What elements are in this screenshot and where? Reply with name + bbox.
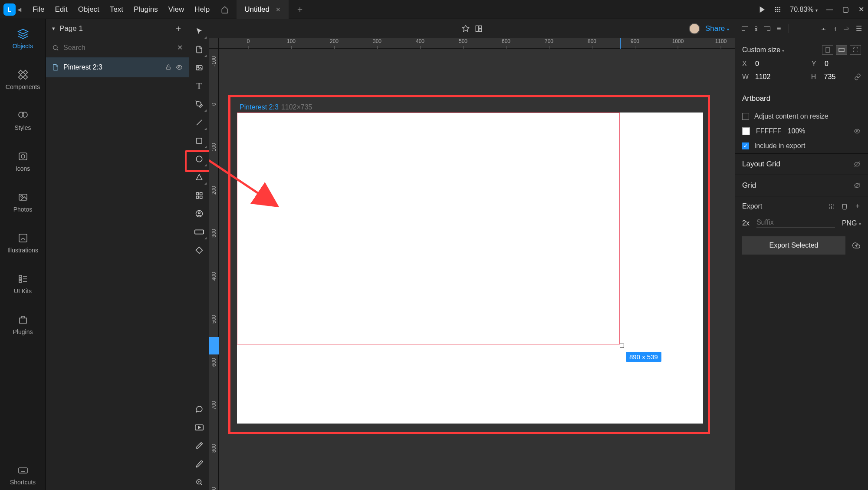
unlock-icon[interactable] [165, 64, 171, 70]
chevron-left-icon[interactable]: ◀ [17, 7, 21, 13]
hidden-eye-icon[interactable] [853, 161, 861, 167]
rail-styles[interactable]: Styles [0, 105, 46, 136]
add-page-button[interactable]: ＋ [174, 23, 183, 34]
image-tool[interactable] [191, 60, 207, 76]
visibility-icon[interactable] [176, 64, 183, 70]
layer-item-artboard[interactable]: Pinterest 2:3 [46, 57, 189, 77]
menu-edit[interactable]: Edit [49, 5, 72, 14]
ruler-vertical[interactable]: -100 0 100 200 300 400 500 600 700 800 9… [209, 49, 219, 490]
avatar-tool[interactable] [191, 206, 207, 222]
close-window-icon[interactable]: ✕ [858, 6, 865, 13]
home-icon[interactable] [221, 6, 229, 13]
align-bottom-icon[interactable]: ⫡ [843, 25, 850, 33]
align-middle-icon[interactable]: ⫞ [833, 25, 837, 33]
artboard-label[interactable]: Pinterest 2:31102×735 [237, 102, 315, 113]
ellipse-tool[interactable] [191, 151, 207, 167]
comment-tool[interactable] [191, 401, 207, 417]
ruler-corner [209, 38, 219, 49]
user-avatar[interactable] [689, 23, 700, 34]
polygon-tool[interactable] [191, 169, 207, 185]
w-value[interactable]: 1102 [755, 73, 789, 81]
clear-search-icon[interactable]: ✕ [177, 43, 183, 52]
play-icon[interactable] [759, 6, 766, 13]
fill-swatch[interactable] [742, 127, 750, 135]
delete-export-icon[interactable] [841, 203, 848, 210]
svg-point-42 [196, 156, 202, 162]
page-selector[interactable]: ▾ Page 1 ＋ [46, 19, 189, 38]
rail-uikits[interactable]: UI Kits [0, 268, 46, 299]
align-top-icon[interactable]: ⫠ [820, 25, 827, 33]
close-tab-icon[interactable]: ✕ [276, 6, 281, 13]
grid-menu-icon[interactable] [774, 6, 781, 13]
canvas-area[interactable]: Share ▾ 0 100 200 300 400 500 600 700 80… [209, 19, 735, 490]
text-tool[interactable]: T [191, 78, 207, 94]
adjust-content-checkbox[interactable]: Adjust content on resize [735, 109, 868, 124]
pen-tool[interactable] [191, 96, 207, 112]
cloud-export-icon[interactable] [852, 242, 861, 249]
pencil-tool[interactable] [191, 456, 207, 472]
add-export-icon[interactable]: ＋ [854, 202, 861, 211]
align-center-icon[interactable]: ⫌ [754, 25, 758, 33]
present-tool[interactable] [191, 420, 207, 435]
menu-object[interactable]: Object [73, 5, 105, 14]
custom-size-dropdown[interactable]: Custom size ▾ [742, 46, 784, 54]
rail-icons[interactable]: Icons [0, 146, 46, 176]
rail-components[interactable]: Components [0, 64, 46, 95]
hidden-eye-icon[interactable] [853, 182, 861, 189]
share-button[interactable]: Share ▾ [705, 24, 729, 33]
maximize-window-icon[interactable]: ▢ [842, 6, 849, 13]
snap-icon[interactable] [462, 25, 470, 33]
rail-shortcuts[interactable]: Shortcuts [0, 460, 46, 490]
layout-icon[interactable] [475, 25, 483, 33]
svg-marker-10 [18, 29, 28, 34]
minimize-window-icon[interactable]: — [826, 6, 833, 13]
align-justify-icon[interactable]: ≡ [777, 25, 781, 33]
rail-plugins[interactable]: Plugins [0, 309, 46, 340]
eyedrop-tool[interactable] [191, 438, 207, 454]
menu-file[interactable]: File [27, 5, 49, 14]
layout-grid-heading[interactable]: Layout Grid [735, 154, 868, 175]
export-scale[interactable]: 2x [742, 219, 750, 227]
y-value[interactable]: 0 [825, 60, 829, 68]
svg-rect-13 [18, 75, 23, 79]
rail-illustrations[interactable]: Illustrations [0, 228, 46, 258]
grid-tool[interactable] [191, 188, 207, 203]
zoom-dropdown[interactable]: 70.83% ▾ [790, 6, 818, 13]
x-value[interactable]: 0 [755, 60, 790, 68]
rail-objects[interactable]: Objects [0, 23, 46, 54]
menu-view[interactable]: View [163, 5, 190, 14]
export-suffix[interactable]: Suffix [756, 219, 835, 228]
fill-opacity[interactable]: 100% [788, 127, 806, 135]
export-settings-icon[interactable] [828, 203, 835, 210]
link-dimensions-icon[interactable] [854, 73, 861, 80]
export-selected-button[interactable]: Export Selected [742, 236, 845, 255]
line-tool[interactable] [191, 115, 207, 130]
menu-help[interactable]: Help [189, 5, 215, 14]
orientation-portrait[interactable] [822, 45, 833, 55]
zoom-tool[interactable] [191, 474, 207, 490]
align-left-icon[interactable]: ⫍ [741, 25, 748, 33]
rectangle-tool[interactable] [191, 133, 207, 149]
select-tool[interactable] [191, 23, 207, 39]
grid-heading[interactable]: Grid [735, 175, 868, 196]
include-export-checkbox[interactable]: ✓Include in export [735, 139, 868, 153]
rail-photos[interactable]: Photos [0, 187, 46, 217]
diamond-tool[interactable] [191, 242, 207, 258]
h-value[interactable]: 735 [824, 73, 850, 81]
orientation-landscape[interactable] [836, 45, 847, 55]
fill-hex[interactable]: FFFFFF [756, 127, 782, 135]
add-tab-button[interactable]: ＋ [296, 3, 304, 15]
more-align-icon[interactable]: ☰ [856, 24, 862, 33]
search-input[interactable] [63, 44, 173, 52]
document-tab[interactable]: Untitled ✕ [237, 0, 289, 19]
menu-text[interactable]: Text [105, 5, 128, 14]
fill-visibility-icon[interactable] [853, 128, 861, 134]
app-logo[interactable]: L [3, 3, 16, 16]
expand-icon[interactable]: ⛶ [850, 45, 861, 55]
button-tool[interactable] [191, 224, 207, 240]
export-format[interactable]: PNG ▾ [842, 219, 861, 227]
align-right-icon[interactable]: ⫎ [764, 25, 771, 33]
ruler-horizontal[interactable]: 0 100 200 300 400 500 600 700 800 900 10… [219, 38, 735, 49]
menu-plugins[interactable]: Plugins [128, 5, 163, 14]
artboard-tool[interactable] [191, 42, 207, 57]
